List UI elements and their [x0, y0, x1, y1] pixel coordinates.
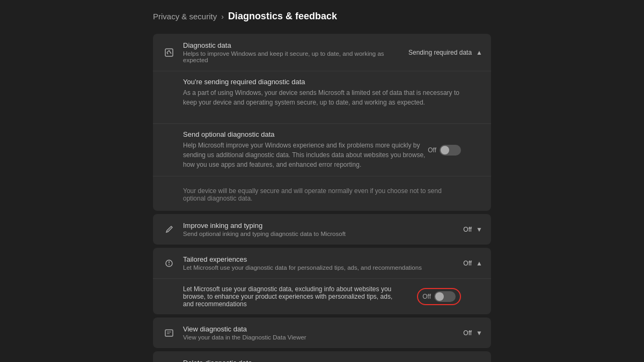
delete-diagnostic-card: Delete diagnostic data Clear diagnostic … [153, 351, 491, 362]
view-diagnostic-text: View diagnostic data View your data in t… [183, 325, 463, 341]
view-diagnostic-chevron: ▼ [476, 329, 482, 337]
breadcrumb: Privacy & security › Diagnostics & feedb… [153, 11, 491, 22]
tailored-experiences-text: Tailored experiences Let Microsoft use y… [183, 255, 463, 271]
diagnostic-data-subtitle: Helps to improve Windows and keep it sec… [183, 50, 408, 63]
view-diagnostic-icon [162, 326, 177, 341]
improve-inking-text: Improve inking and typing Send optional … [183, 221, 463, 237]
tailored-experiences-title: Tailored experiences [183, 255, 463, 263]
tailored-toggle-row: Let Microsoft use your diagnostic data, … [153, 278, 491, 314]
improve-inking-title: Improve inking and typing [183, 221, 463, 230]
tailored-experiences-card: Tailored experiences Let Microsoft use y… [153, 248, 491, 314]
required-diagnostic-text: As a part of using Windows, your device … [183, 88, 461, 107]
svg-line-1 [167, 50, 169, 53]
optional-diagnostic-toggle[interactable] [440, 145, 461, 156]
tailored-experiences-status: Off ▲ [463, 260, 482, 267]
diagnostic-data-status: Sending required data ▲ [408, 49, 482, 56]
optional-diagnostic-toggle-label: Off [428, 146, 436, 154]
main-content: Privacy & security › Diagnostics & feedb… [0, 0, 644, 362]
breadcrumb-current: Diagnostics & feedback [228, 11, 337, 22]
tailored-body-text: Let Microsoft use your diagnostic data, … [183, 285, 417, 308]
diagnostic-data-header[interactable]: Diagnostic data Helps to improve Windows… [153, 34, 491, 71]
optional-diagnostic-text-block: Send optional diagnostic data Help Micro… [183, 130, 428, 169]
delete-diagnostic-title: Delete diagnostic data [183, 359, 476, 362]
inking-icon [162, 222, 177, 237]
diagnostic-chevron-up: ▲ [476, 49, 482, 56]
svg-line-3 [167, 53, 168, 54]
tailored-icon [162, 256, 177, 271]
delete-diagnostic-header[interactable]: Delete diagnostic data Clear diagnostic … [153, 351, 491, 362]
required-diagnostic-title: You're sending required diagnostic data [183, 78, 461, 86]
svg-rect-0 [165, 49, 173, 56]
inking-chevron: ▼ [476, 226, 482, 233]
breadcrumb-parent[interactable]: Privacy & security [153, 12, 217, 21]
diagnostic-data-text: Diagnostic data Helps to improve Windows… [183, 41, 408, 63]
diagnostic-icon [162, 45, 177, 60]
svg-line-2 [169, 50, 171, 54]
tailored-experiences-header[interactable]: Tailored experiences Let Microsoft use y… [153, 248, 491, 278]
optional-diagnostic-title: Send optional diagnostic data [183, 130, 428, 138]
improve-inking-card: Improve inking and typing Send optional … [153, 214, 491, 245]
view-diagnostic-subtitle: View your data in the Diagnostic Data Vi… [183, 334, 463, 341]
optional-diagnostic-row: Send optional diagnostic data Help Micro… [153, 123, 491, 176]
tailored-toggle-highlighted[interactable]: Off [417, 288, 461, 305]
tailored-toggle[interactable] [434, 291, 456, 302]
diagnostic-data-body: You're sending required diagnostic data … [153, 71, 491, 123]
optional-diagnostic-desc: Help Microsoft improve your Windows expe… [183, 141, 428, 169]
improve-inking-status: Off ▼ [463, 226, 482, 233]
view-diagnostic-status: Off ▼ [463, 329, 482, 337]
diagnostic-data-title: Diagnostic data [183, 41, 408, 49]
optional-diagnostic-toggle-container[interactable]: Off [428, 145, 461, 156]
tailored-toggle-label: Off [422, 293, 431, 300]
breadcrumb-separator: › [221, 12, 224, 21]
optional-diagnostic-note-text: Your device will be equally secure and w… [183, 187, 461, 202]
required-diagnostic-section: You're sending required diagnostic data … [183, 78, 461, 107]
tailored-chevron-up: ▲ [476, 260, 482, 267]
improve-inking-header[interactable]: Improve inking and typing Send optional … [153, 214, 491, 245]
tailored-experiences-subtitle: Let Microsoft use your diagnostic data f… [183, 264, 463, 271]
optional-diagnostic-note: Your device will be equally secure and w… [153, 176, 491, 211]
view-diagnostic-header[interactable]: View diagnostic data View your data in t… [153, 317, 491, 348]
improve-inking-subtitle: Send optional inking and typing diagnost… [183, 231, 463, 237]
view-diagnostic-card: View diagnostic data View your data in t… [153, 317, 491, 348]
svg-rect-7 [165, 330, 173, 336]
diagnostic-data-card: Diagnostic data Helps to improve Windows… [153, 34, 491, 211]
delete-diagnostic-text: Delete diagnostic data Clear diagnostic … [183, 359, 476, 362]
view-diagnostic-title: View diagnostic data [183, 325, 463, 333]
svg-point-6 [169, 264, 170, 265]
